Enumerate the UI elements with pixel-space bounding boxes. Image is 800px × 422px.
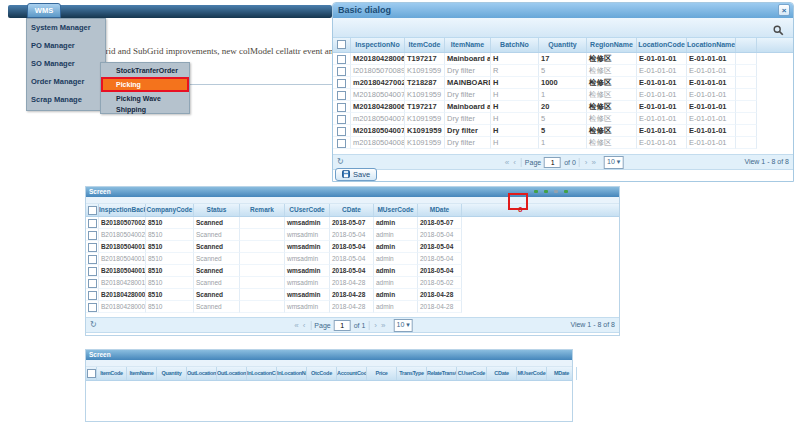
column-header-inspectionno[interactable]: InspectionNo (351, 38, 405, 52)
row-checkbox[interactable] (88, 291, 97, 300)
submenu-item-shipping[interactable]: Shipping (101, 104, 189, 115)
first-page-icon[interactable]: « (505, 158, 509, 167)
column-header-inspectionback[interactable]: InspectionBack (99, 204, 146, 216)
column-header-musercode[interactable]: MUserCode (517, 367, 547, 380)
column-header-relatetransco[interactable]: RelateTransCo (427, 367, 457, 380)
column-header-transtype[interactable]: TransType (397, 367, 427, 380)
row-checkbox[interactable] (88, 303, 97, 312)
page-size-select[interactable]: 10▾ (393, 319, 412, 332)
column-header-itemname[interactable]: ItemName (127, 367, 157, 380)
column-header-outlocationco[interactable]: OutLocationCo (187, 367, 217, 380)
search-icon[interactable] (773, 22, 784, 40)
checkbox-icon[interactable] (88, 206, 97, 215)
submenu-item-picking[interactable]: Picking (101, 77, 189, 92)
table-row[interactable]: B2018042800088510Scannedwmsadmin2018-04-… (86, 289, 619, 301)
tab-wms[interactable]: WMS (27, 3, 61, 18)
submenu-item-picking-wave[interactable]: Picking Wave (101, 93, 189, 104)
row-checkbox[interactable] (337, 91, 346, 100)
column-header-batchno[interactable]: BatchNo (491, 38, 539, 52)
close-icon[interactable]: × (778, 4, 790, 16)
row-checkbox[interactable] (337, 139, 346, 148)
table-row[interactable]: M201804280068T197217Mainboard assemH17检修… (333, 53, 793, 65)
table-row[interactable]: M201805040075K1091959Dry filterH5检修区E-01… (333, 125, 793, 137)
prev-page-icon[interactable]: ‹ (303, 321, 306, 330)
row-checkbox[interactable] (88, 279, 97, 288)
column-header-quantity[interactable]: Quantity (157, 367, 187, 380)
column-header-locationname[interactable]: LocationName (687, 38, 736, 52)
row-checkbox[interactable] (88, 255, 97, 264)
prev-page-icon[interactable]: ‹ (513, 158, 516, 167)
table-row[interactable]: M201805040079K1091959Dry filterH1检修区E-01… (333, 89, 793, 101)
table-row[interactable]: B2018042800078510Scannedwmsadmin2018-04-… (86, 301, 619, 313)
menu-item-system-manager[interactable]: System Manager (27, 19, 105, 37)
row-checkbox[interactable] (88, 231, 97, 240)
table-row[interactable]: I201805070089K1091959Dry filterR5检修区E-01… (333, 65, 793, 77)
column-header-cusercode[interactable]: CUserCode (285, 204, 330, 216)
table-row[interactable]: m201805040081K1091959Dry filterH1检修区E-01… (333, 137, 793, 149)
column-header-mdate[interactable]: MDate (418, 204, 462, 216)
menu-item-so-manager[interactable]: SO Manager (27, 55, 105, 73)
table-row[interactable]: m201805040071K1091959Dry filterH5检修区E-01… (333, 113, 793, 125)
column-header-itemcode[interactable]: ItemCode (405, 38, 445, 52)
last-page-icon[interactable]: » (592, 158, 596, 167)
row-checkbox[interactable] (337, 103, 346, 112)
table-row[interactable]: B2018042800118510Scannedwmsadmin2018-04-… (86, 277, 619, 289)
menu-item-po-manager[interactable]: PO Manager (27, 37, 105, 55)
window-titlebar[interactable]: Screen (86, 350, 572, 360)
row-checkbox[interactable] (337, 55, 346, 64)
checkbox-icon[interactable] (87, 369, 96, 378)
window-titlebar[interactable]: Screen (86, 187, 619, 197)
first-page-icon[interactable]: « (294, 321, 298, 330)
column-header-otccode[interactable]: OtcCode (307, 367, 337, 380)
column-header-cdate[interactable]: CDate (330, 204, 374, 216)
submenu-item-stocktranferorder[interactable]: StockTranferOrder (101, 65, 189, 76)
next-page-icon[interactable]: › (585, 158, 588, 167)
menu-item-scrap-manage[interactable]: Scrap Manage (27, 91, 105, 109)
row-checkbox[interactable] (88, 267, 97, 276)
row-checkbox[interactable] (88, 243, 97, 252)
table-row[interactable]: B2018050400238510Scannedwmsadmin2018-05-… (86, 229, 619, 241)
menu-item-order-manager[interactable]: Order Manager (27, 73, 105, 91)
refresh-icon[interactable]: ↻ (90, 320, 97, 329)
column-header-inlocationcod[interactable]: InLocationCod (247, 367, 277, 380)
save-button[interactable]: Save (335, 168, 377, 181)
table-row[interactable]: B2018050400178510Scannedwmsadmin2018-05-… (86, 265, 619, 277)
column-header-mdate[interactable]: MDate (547, 367, 577, 380)
last-page-icon[interactable]: » (381, 321, 385, 330)
row-checkbox[interactable] (337, 127, 346, 136)
select-all-checkbox[interactable] (86, 204, 99, 216)
column-header-outlocationna[interactable]: OutLocationNa (217, 367, 247, 380)
table-row[interactable]: B2018050700288510Scannedwmsadmin2018-05-… (86, 217, 619, 229)
table-row[interactable]: B2018050400198510Scannedwmsadmin2018-05-… (86, 241, 619, 253)
select-all-checkbox[interactable] (333, 38, 351, 52)
next-page-icon[interactable]: › (374, 321, 377, 330)
column-header-itemcode[interactable]: ItemCode (97, 367, 127, 380)
column-header-inlocationnam[interactable]: InLocationNam (277, 367, 307, 380)
table-row[interactable]: M201804280063T197217Mainboard assemH20检修… (333, 101, 793, 113)
column-header-remark[interactable]: Remark (240, 204, 285, 216)
column-header-status[interactable]: Status (194, 204, 240, 216)
page-number-input[interactable] (334, 320, 351, 331)
row-checkbox[interactable] (337, 115, 346, 124)
column-header-cusercode[interactable]: CUserCode (457, 367, 487, 380)
column-header-accountcode[interactable]: AccountCode (337, 367, 367, 380)
column-header-companycode[interactable]: CompanyCode (146, 204, 194, 216)
checkbox-icon[interactable] (337, 40, 346, 49)
column-header-regionname[interactable]: RegionName (587, 38, 637, 52)
column-header-quantity[interactable]: Quantity (539, 38, 587, 52)
column-header-locationcode[interactable]: LocationCode (637, 38, 687, 52)
column-header-cdate[interactable]: CDate (487, 367, 517, 380)
table-row[interactable]: m201804270022T218287MAINBOARD ASSEH1000检… (333, 77, 793, 89)
row-checkbox[interactable] (88, 219, 97, 228)
page-number-input[interactable] (544, 157, 561, 168)
column-header-price[interactable]: Price (367, 367, 397, 380)
dialog-titlebar[interactable]: Basic dialog × (333, 3, 793, 18)
page-size-select[interactable]: 10▾ (604, 156, 623, 169)
select-all-checkbox[interactable] (86, 367, 97, 380)
table-row[interactable]: B2018050400188510Scannedwmsadmin2018-05-… (86, 253, 619, 265)
column-header-musercode[interactable]: MUserCode (374, 204, 418, 216)
column-header-itemname[interactable]: ItemName (445, 38, 491, 52)
refresh-icon[interactable]: ↻ (337, 157, 344, 166)
row-checkbox[interactable] (337, 79, 346, 88)
row-checkbox[interactable] (337, 67, 346, 76)
